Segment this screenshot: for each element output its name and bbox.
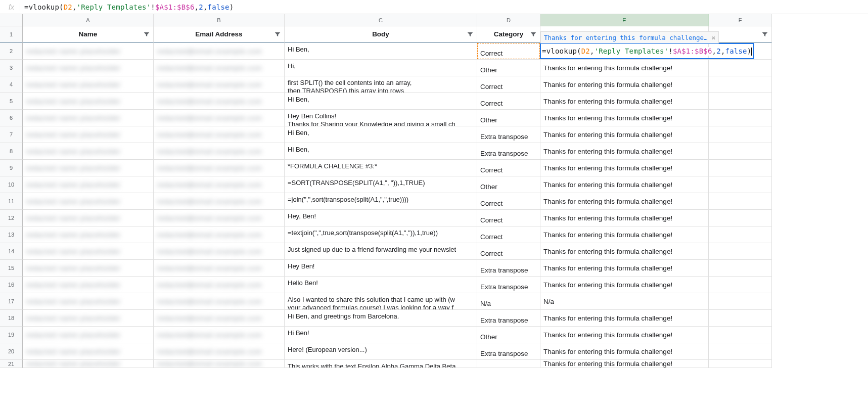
- row-header-21[interactable]: 21: [0, 360, 23, 368]
- cell-f[interactable]: [709, 360, 772, 368]
- cell-name[interactable]: redacted name placeholder: [23, 76, 154, 93]
- cell-category[interactable]: Correct: [477, 226, 540, 243]
- row-header-5[interactable]: 5: [0, 93, 23, 110]
- cell-name[interactable]: redacted name placeholder: [23, 110, 154, 126]
- cell-email[interactable]: redacted@email.example.com: [154, 343, 285, 360]
- cell-category[interactable]: Correct: [477, 76, 540, 93]
- formula-bar-content[interactable]: =vlookup(D2,'Reply Templates'!$A$1:$B$6,…: [24, 3, 234, 11]
- select-all-corner[interactable]: [0, 14, 23, 26]
- cell-f[interactable]: [709, 277, 772, 293]
- cell-category[interactable]: Other: [477, 110, 540, 126]
- filter-icon[interactable]: [467, 31, 474, 38]
- header-cell-A[interactable]: Name: [23, 26, 154, 43]
- cell-f[interactable]: [709, 143, 772, 160]
- row-header-2[interactable]: 2: [0, 43, 23, 60]
- row-header-10[interactable]: 10: [0, 176, 23, 193]
- row-header-15[interactable]: 15: [0, 260, 23, 277]
- cell-name[interactable]: redacted name placeholder: [23, 226, 154, 243]
- cell-name[interactable]: redacted name placeholder: [23, 360, 154, 368]
- cell-email[interactable]: redacted@email.example.com: [154, 243, 285, 260]
- cell-email[interactable]: redacted@email.example.com: [154, 143, 285, 160]
- cell-f[interactable]: [709, 193, 772, 210]
- cell-body[interactable]: =join(",",sort(transpose(split(A1,",",tr…: [285, 193, 477, 210]
- cell-name[interactable]: redacted name placeholder: [23, 193, 154, 210]
- cell-e[interactable]: Thanks for entering this formula challen…: [540, 193, 709, 210]
- cell-f[interactable]: [709, 293, 772, 310]
- filter-icon[interactable]: [761, 31, 768, 38]
- cell-f[interactable]: [709, 343, 772, 360]
- cell-e[interactable]: Thanks for entering this formula challen…: [540, 60, 709, 76]
- cell-f[interactable]: [709, 260, 772, 277]
- row-header-19[interactable]: 19: [0, 327, 23, 343]
- cell-category[interactable]: Correct: [477, 93, 540, 110]
- row-header-3[interactable]: 3: [0, 60, 23, 76]
- column-header-C[interactable]: C: [285, 14, 477, 26]
- cell-category[interactable]: Extra transpose: [477, 143, 540, 160]
- cell-category[interactable]: [477, 360, 540, 368]
- cell-email[interactable]: redacted@email.example.com: [154, 60, 285, 76]
- cell-body[interactable]: Hi Ben,: [285, 143, 477, 160]
- cell-body[interactable]: Hi Ben!: [285, 327, 477, 343]
- cell-name[interactable]: redacted name placeholder: [23, 60, 154, 76]
- cell-e[interactable]: Thanks for entering this formula challen…: [540, 143, 709, 160]
- cell-f[interactable]: [709, 126, 772, 143]
- column-header-A[interactable]: A: [23, 14, 154, 26]
- cell-f[interactable]: [709, 210, 772, 226]
- cell-category[interactable]: Other: [477, 176, 540, 193]
- cell-name[interactable]: redacted name placeholder: [23, 210, 154, 226]
- cell-category[interactable]: Extra transpose: [477, 310, 540, 327]
- cell-e[interactable]: Thanks for entering this formula challen…: [540, 76, 709, 93]
- cell-name[interactable]: redacted name placeholder: [23, 277, 154, 293]
- cell-email[interactable]: redacted@email.example.com: [154, 210, 285, 226]
- row-header-20[interactable]: 20: [0, 343, 23, 360]
- cell-category[interactable]: Other: [477, 60, 540, 76]
- cell-e[interactable]: Thanks for entering this formula challen…: [540, 360, 709, 368]
- row-header-18[interactable]: 18: [0, 310, 23, 327]
- header-cell-D[interactable]: Category: [477, 26, 540, 43]
- column-header-F[interactable]: F: [709, 14, 772, 26]
- cell-f[interactable]: [709, 60, 772, 76]
- cell-body[interactable]: Hey Ben Collins!Thanks for Sharing your …: [285, 110, 477, 126]
- cell-email[interactable]: redacted@email.example.com: [154, 277, 285, 293]
- cell-body[interactable]: =textjoin(",",true,sort(transpose(split(…: [285, 226, 477, 243]
- cell-name[interactable]: redacted name placeholder: [23, 243, 154, 260]
- filter-icon[interactable]: [143, 31, 150, 38]
- cell-body[interactable]: Hey Ben!: [285, 260, 477, 277]
- cell-body[interactable]: =SORT(TRANSPOSE(SPLIT(A1,", ")),1,TRUE): [285, 176, 477, 193]
- cell-f[interactable]: [709, 176, 772, 193]
- cell-name[interactable]: redacted name placeholder: [23, 160, 154, 176]
- cell-e[interactable]: Thanks for entering this formula challen…: [540, 277, 709, 293]
- cell-email[interactable]: redacted@email.example.com: [154, 327, 285, 343]
- cell-category[interactable]: Correct: [477, 43, 540, 60]
- header-cell-C[interactable]: Body: [285, 26, 477, 43]
- cell-email[interactable]: redacted@email.example.com: [154, 43, 285, 60]
- cell-category[interactable]: Correct: [477, 193, 540, 210]
- cell-f[interactable]: [709, 243, 772, 260]
- cell-email[interactable]: redacted@email.example.com: [154, 260, 285, 277]
- header-cell-B[interactable]: Email Address: [154, 26, 285, 43]
- cell-email[interactable]: redacted@email.example.com: [154, 126, 285, 143]
- cell-category[interactable]: Extra transpose: [477, 343, 540, 360]
- row-header-11[interactable]: 11: [0, 193, 23, 210]
- cell-body[interactable]: first SPLIT() the cell contents into an …: [285, 76, 477, 93]
- cell-category[interactable]: Other: [477, 327, 540, 343]
- cell-f[interactable]: [709, 327, 772, 343]
- row-header-7[interactable]: 7: [0, 126, 23, 143]
- cell-body[interactable]: Also I wanted to share this solution tha…: [285, 293, 477, 310]
- cell-body[interactable]: Hi,: [285, 60, 477, 76]
- cell-category[interactable]: Correct: [477, 243, 540, 260]
- cell-category[interactable]: Extra transpose: [477, 126, 540, 143]
- row-header-14[interactable]: 14: [0, 243, 23, 260]
- cell-name[interactable]: redacted name placeholder: [23, 293, 154, 310]
- cell-name[interactable]: redacted name placeholder: [23, 93, 154, 110]
- cell-category[interactable]: N/a: [477, 293, 540, 310]
- cell-email[interactable]: redacted@email.example.com: [154, 310, 285, 327]
- cell-body[interactable]: Hi Ben, and greetings from Barcelona.: [285, 310, 477, 327]
- cell-e[interactable]: Thanks for entering this formula challen…: [540, 243, 709, 260]
- cell-email[interactable]: redacted@email.example.com: [154, 76, 285, 93]
- cell-f[interactable]: [709, 93, 772, 110]
- cell-email[interactable]: redacted@email.example.com: [154, 110, 285, 126]
- cell-body[interactable]: Hi Ben,: [285, 43, 477, 60]
- row-header-4[interactable]: 4: [0, 76, 23, 93]
- cell-e[interactable]: Thanks for entering this formula challen…: [540, 343, 709, 360]
